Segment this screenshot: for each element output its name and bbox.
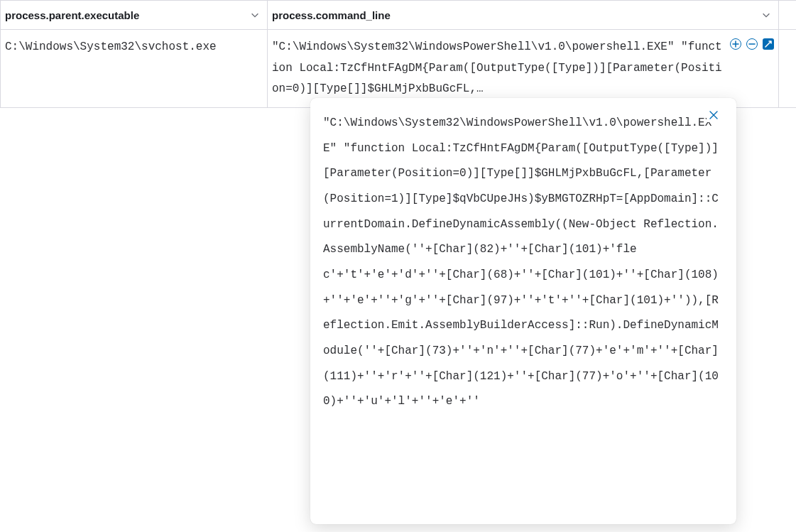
chevron-down-icon[interactable] — [761, 10, 771, 20]
cell-expand-popover: "C:\Windows\System32\WindowsPowerShell\v… — [310, 98, 736, 524]
table-header-row: process.parent.executable process.comman… — [1, 1, 797, 30]
toggle-column-icon[interactable] — [763, 38, 774, 50]
column-header-spacer — [779, 1, 797, 30]
column-header-command-line[interactable]: process.command_line — [268, 1, 779, 30]
table-row: C:\Windows\System32\svchost.exe "C:\Wind… — [1, 30, 797, 108]
filter-out-icon[interactable] — [746, 38, 758, 50]
column-header-label: process.command_line — [272, 9, 391, 21]
cell-parent-executable: C:\Windows\System32\svchost.exe — [1, 30, 267, 65]
cell-actions — [726, 37, 774, 50]
results-table: process.parent.executable process.comman… — [0, 0, 796, 108]
cell-command-line[interactable]: "C:\Windows\System32\WindowsPowerShell\v… — [272, 37, 726, 100]
popover-full-text[interactable]: "C:\Windows\System32\WindowsPowerShell\v… — [323, 111, 731, 511]
chevron-down-icon[interactable] — [250, 10, 260, 20]
close-icon[interactable] — [707, 108, 721, 122]
filter-in-icon[interactable] — [730, 38, 741, 50]
column-header-parent-executable[interactable]: process.parent.executable — [1, 1, 268, 30]
column-header-label: process.parent.executable — [5, 9, 139, 21]
